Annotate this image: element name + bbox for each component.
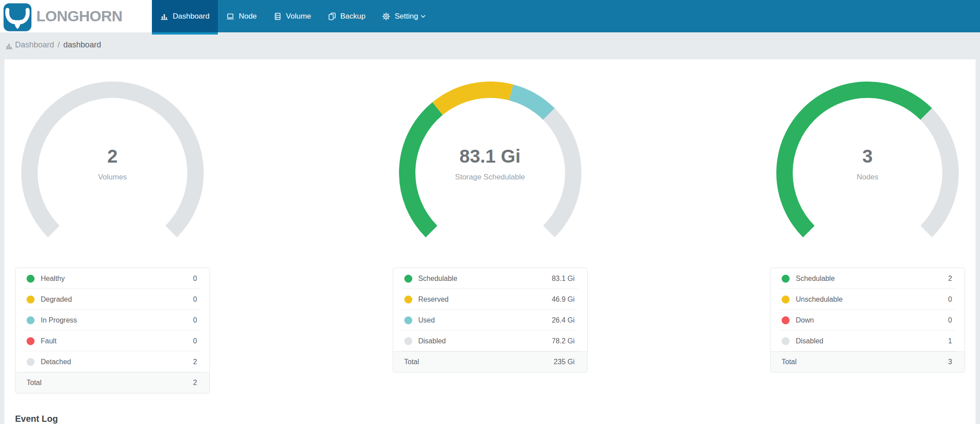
- brand-logo[interactable]: LONGHORN: [0, 0, 152, 32]
- legend-row-healthy: Healthy0: [15, 268, 209, 289]
- legend-label: In Progress: [41, 316, 193, 324]
- nav-label: Node: [239, 12, 257, 21]
- legend-value: 83.1 Gi: [552, 275, 575, 283]
- legend-row-disabled: Disabled1: [771, 331, 965, 351]
- nodes-legend-table: Schedulable2Unschedulable0Down0Disabled1…: [770, 268, 965, 373]
- legend-row-schedulable: Schedulable2: [771, 268, 965, 289]
- gauge-panel-nodes: 3 Nodes Schedulable2Unschedulable0Down0D…: [770, 59, 965, 393]
- legend-value: 78.2 Gi: [552, 337, 575, 345]
- gauge-center: 2 Volumes: [21, 146, 204, 182]
- chevron-down-icon: [421, 15, 426, 18]
- nodes-gauge: 3 Nodes: [776, 82, 959, 264]
- nav-item-backup[interactable]: Backup: [320, 0, 374, 32]
- legend-dot: [27, 316, 35, 324]
- gauge-center-label: Volumes: [21, 173, 204, 182]
- gauge-center-value: 83.1 Gi: [399, 146, 581, 167]
- legend-value: 46.9 Gi: [552, 296, 575, 303]
- legend-total-label: Total: [27, 379, 42, 387]
- nav-label: Dashboard: [173, 12, 209, 21]
- gauge-center: 83.1 Gi Storage Schedulable: [399, 146, 581, 182]
- legend-label: Detached: [41, 358, 193, 366]
- gauge-panel-volumes: 2 Volumes Healthy0Degraded0In Progress0F…: [15, 59, 210, 393]
- legend-value: 26.4 Gi: [552, 316, 575, 324]
- legend-value: 0: [193, 275, 197, 283]
- legend-dot: [782, 337, 790, 345]
- breadcrumb-section[interactable]: Dashboard: [15, 40, 54, 50]
- nav-label: Setting: [395, 12, 418, 21]
- legend-row-fault: Fault0: [15, 331, 209, 351]
- legend-row-detached: Detached2: [15, 351, 209, 372]
- legend-total-label: Total: [782, 358, 797, 366]
- legend-dot: [404, 275, 412, 283]
- content-card: 2 Volumes Healthy0Degraded0In Progress0F…: [4, 59, 976, 424]
- legend-label: Healthy: [41, 275, 193, 283]
- main-nav: Dashboard Node Volume Backup: [152, 0, 434, 32]
- nav-item-node[interactable]: Node: [218, 0, 265, 32]
- legend-label: Unschedulable: [796, 296, 948, 303]
- legend-total-label: Total: [404, 358, 419, 366]
- nav-label: Backup: [341, 12, 366, 21]
- gauge-center-value: 2: [21, 146, 204, 167]
- legend-row-degraded: Degraded0: [15, 289, 209, 310]
- brand-name: LONGHORN: [36, 8, 122, 25]
- nav-label: Volume: [286, 12, 311, 21]
- storage-gauge: 83.1 Gi Storage Schedulable: [399, 82, 581, 264]
- legend-dot: [27, 275, 35, 283]
- legend-row-reserved: Reserved46.9 Gi: [393, 289, 587, 310]
- legend-row-down: Down0: [771, 310, 965, 331]
- volumes-legend-table: Healthy0Degraded0In Progress0Fault0Detac…: [15, 268, 210, 393]
- legend-label: Reserved: [418, 296, 552, 303]
- legend-value: 2: [193, 358, 197, 366]
- legend-row-unschedulable: Unschedulable0: [771, 289, 965, 310]
- legend-value: 2: [948, 275, 952, 283]
- breadcrumb-current: dashboard: [63, 40, 101, 50]
- legend-dot: [27, 337, 35, 345]
- copy-icon: [328, 12, 336, 20]
- legend-dot: [27, 358, 35, 366]
- legend-value: 0: [948, 316, 952, 324]
- legend-dot: [782, 296, 790, 303]
- gauge-panel-storage: 83.1 Gi Storage Schedulable Schedulable8…: [393, 59, 588, 393]
- legend-value: 0: [193, 316, 197, 324]
- legend-label: Used: [418, 316, 552, 324]
- volumes-gauge: 2 Volumes: [21, 82, 204, 264]
- legend-value: 0: [193, 337, 197, 345]
- legend-dot: [27, 296, 35, 303]
- longhorn-bull-icon: [4, 3, 31, 31]
- legend-label: Schedulable: [418, 275, 552, 283]
- nav-item-volume[interactable]: Volume: [265, 0, 320, 32]
- breadcrumb: Dashboard / dashboard: [0, 32, 980, 58]
- legend-dot: [782, 275, 790, 283]
- legend-total-value: 2: [193, 379, 197, 387]
- legend-label: Degraded: [41, 296, 193, 303]
- legend-row-in-progress: In Progress0: [15, 310, 209, 331]
- breadcrumb-separator: /: [58, 40, 60, 50]
- bar-chart-icon: [160, 12, 168, 20]
- legend-dot: [404, 337, 412, 345]
- event-log-title: Event Log: [15, 414, 965, 424]
- legend-total-row: Total2: [15, 372, 209, 393]
- legend-row-schedulable: Schedulable83.1 Gi: [393, 268, 587, 289]
- nav-item-setting[interactable]: Setting: [374, 0, 434, 32]
- legend-label: Down: [796, 316, 948, 324]
- gauge-segment-used: [511, 93, 549, 114]
- storage-legend-table: Schedulable83.1 GiReserved46.9 GiUsed26.…: [393, 268, 588, 373]
- gauge-center-value: 3: [776, 146, 959, 167]
- gear-icon: [382, 12, 390, 20]
- legend-label: Disabled: [418, 337, 552, 345]
- laptop-icon: [226, 12, 234, 20]
- gauge-center-label: Storage Schedulable: [399, 173, 581, 182]
- legend-total-row: Total3: [771, 351, 965, 372]
- gauges-row: 2 Volumes Healthy0Degraded0In Progress0F…: [15, 59, 965, 393]
- nav-item-dashboard[interactable]: Dashboard: [152, 0, 218, 32]
- legend-label: Fault: [41, 337, 193, 345]
- legend-total-row: Total235 Gi: [393, 351, 587, 372]
- legend-total-value: 235 Gi: [554, 358, 574, 366]
- gauge-center: 3 Nodes: [776, 146, 959, 182]
- top-nav: LONGHORN Dashboard Node V: [0, 0, 980, 32]
- main-area: 2 Volumes Healthy0Degraded0In Progress0F…: [0, 58, 980, 424]
- legend-row-disabled: Disabled78.2 Gi: [393, 331, 587, 351]
- legend-value: 0: [193, 296, 197, 303]
- legend-value: 0: [948, 296, 952, 303]
- database-icon: [274, 12, 282, 20]
